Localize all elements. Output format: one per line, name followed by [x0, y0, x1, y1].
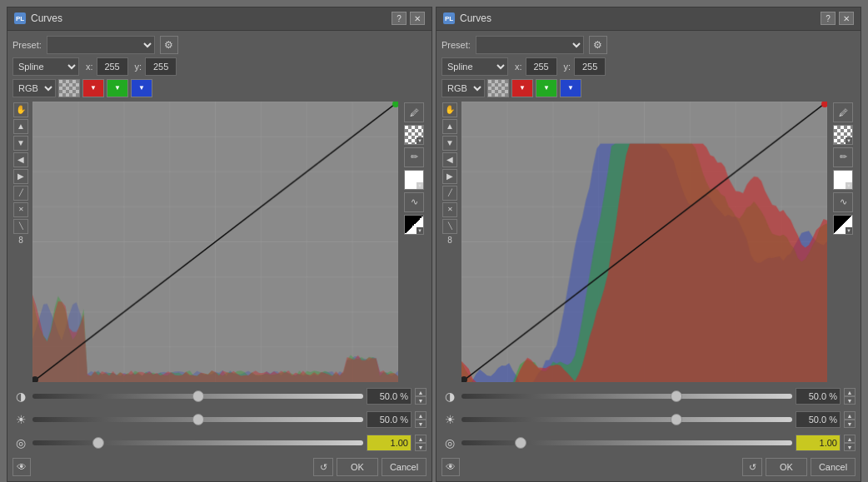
x-label-left: x: — [86, 62, 93, 72]
gamma-up-left[interactable]: ▲ — [415, 435, 427, 443]
curves-panel-right: PL Curves ? ✕ Preset: ⚙ Spline x: y — [436, 7, 861, 482]
right-btn-right[interactable]: ▶ — [442, 169, 457, 184]
x-label-right: x: — [515, 62, 522, 72]
contrast-value-right[interactable] — [796, 388, 841, 405]
brightness-down-right[interactable]: ▼ — [844, 420, 856, 428]
channel-red-btn-right[interactable]: ▼ — [511, 79, 533, 97]
checker-swatch-right[interactable]: ▼ — [833, 125, 853, 145]
curve-btn-left[interactable]: ∿ — [404, 192, 424, 212]
hand-tool-right[interactable]: ✋ — [442, 102, 457, 117]
x-input-left[interactable] — [97, 57, 128, 76]
left-btn-right[interactable]: ◀ — [442, 152, 457, 167]
up-btn-left[interactable]: ▲ — [13, 119, 28, 134]
contrast-slider-left[interactable] — [32, 394, 363, 399]
cancel-button-right[interactable]: Cancel — [811, 458, 856, 476]
graph-canvas-left[interactable] — [32, 101, 399, 383]
ok-button-left[interactable]: OK — [337, 458, 378, 476]
white-swatch-left[interactable]: ▼ — [404, 170, 424, 190]
num-label-right: 8 — [447, 236, 452, 245]
y-label-right: y: — [564, 62, 571, 72]
gear-button-right[interactable]: ⚙ — [589, 36, 607, 54]
brightness-up-left[interactable]: ▲ — [415, 411, 427, 420]
eye-button-left[interactable]: 👁 — [12, 458, 31, 476]
line-tool-left[interactable]: ╲ — [13, 219, 28, 234]
cross-tool-right[interactable]: ✕ — [442, 202, 457, 217]
gamma-slider-right[interactable] — [461, 440, 792, 445]
gamma-up-right[interactable]: ▲ — [844, 435, 856, 443]
channel-blue-btn-right[interactable]: ▼ — [560, 79, 581, 97]
close-button-left[interactable]: ✕ — [410, 12, 425, 25]
right-btn-left[interactable]: ▶ — [13, 169, 28, 184]
white-swatch-right[interactable]: ▼ — [833, 170, 853, 190]
brightness-value-right[interactable] — [796, 411, 841, 428]
brightness-up-right[interactable]: ▲ — [844, 411, 856, 420]
title-bar-left: PL Curves ? ✕ — [7, 7, 432, 31]
channel-red-btn-left[interactable]: ▼ — [82, 79, 104, 97]
contrast-up-left[interactable]: ▲ — [415, 388, 427, 396]
left-tools-right: ✋ ▲ ▼ ◀ ▶ ╱ ✕ ╲ 8 — [441, 101, 458, 383]
cancel-button-left[interactable]: Cancel — [382, 458, 427, 476]
down-btn-left[interactable]: ▼ — [13, 136, 28, 151]
line-tool-right[interactable]: ╲ — [442, 219, 457, 234]
gear-button-left[interactable]: ⚙ — [160, 36, 178, 54]
contrast-value-left[interactable] — [367, 388, 412, 405]
cross-tool-left[interactable]: ✕ — [13, 202, 28, 217]
left-btn-left[interactable]: ◀ — [13, 152, 28, 167]
channel-checker-btn-left[interactable] — [58, 79, 80, 97]
picker-btn-right[interactable]: ✏ — [833, 147, 853, 167]
eyedropper-btn-right[interactable]: 🖉 — [833, 102, 853, 122]
gamma-down-left[interactable]: ▼ — [415, 443, 427, 451]
close-button-right[interactable]: ✕ — [839, 12, 854, 25]
graph-canvas-right[interactable] — [461, 101, 828, 383]
curves-panel-left: PL Curves ? ✕ Preset: ⚙ Spline x: y — [7, 7, 432, 482]
preset-select-left[interactable] — [47, 36, 155, 54]
bw-swatch-right[interactable]: ▼ — [833, 215, 853, 235]
contrast-down-right[interactable]: ▼ — [844, 396, 856, 405]
gamma-value-left[interactable] — [367, 435, 412, 451]
curve-btn-right[interactable]: ∿ — [833, 192, 853, 212]
spline-select-right[interactable]: Spline — [441, 57, 508, 76]
help-button-left[interactable]: ? — [392, 12, 407, 25]
contrast-down-left[interactable]: ▼ — [415, 396, 427, 405]
brightness-icon-right: ☀ — [441, 413, 458, 426]
app-icon-left: PL — [14, 12, 26, 24]
picker-btn-left[interactable]: ✏ — [404, 147, 424, 167]
down-btn-right[interactable]: ▼ — [442, 136, 457, 151]
channel-green-btn-left[interactable]: ▼ — [107, 79, 128, 97]
reset-button-right[interactable]: ↺ — [742, 458, 762, 476]
y-label-left: y: — [135, 62, 142, 72]
diagonal-tool-left[interactable]: ╱ — [13, 186, 28, 201]
preset-select-right[interactable] — [476, 36, 584, 54]
gamma-value-right[interactable] — [796, 435, 841, 451]
brightness-down-left[interactable]: ▼ — [415, 420, 427, 428]
reset-button-left[interactable]: ↺ — [313, 458, 333, 476]
x-input-right[interactable] — [526, 57, 557, 76]
contrast-slider-right[interactable] — [461, 394, 792, 399]
spline-select-left[interactable]: Spline — [12, 57, 79, 76]
gamma-down-right[interactable]: ▼ — [844, 443, 856, 451]
y-input-left[interactable] — [145, 57, 177, 76]
checker-swatch-left[interactable]: ▼ — [404, 125, 424, 145]
title-text-left: Curves — [31, 12, 387, 24]
hand-tool-left[interactable]: ✋ — [13, 102, 28, 117]
contrast-up-right[interactable]: ▲ — [844, 388, 856, 396]
brightness-value-left[interactable] — [367, 411, 412, 428]
channel-blue-btn-left[interactable]: ▼ — [131, 79, 152, 97]
title-bar-right: PL Curves ? ✕ — [436, 7, 861, 31]
eye-button-right[interactable]: 👁 — [441, 458, 460, 476]
channel-select-left[interactable]: RGB — [12, 79, 56, 97]
eyedropper-btn-left[interactable]: 🖉 — [404, 102, 424, 122]
channel-checker-btn-right[interactable] — [487, 79, 509, 97]
help-button-right[interactable]: ? — [821, 12, 836, 25]
app-icon-right: PL — [443, 12, 455, 24]
brightness-slider-right[interactable] — [461, 417, 792, 422]
gamma-slider-left[interactable] — [32, 440, 363, 445]
brightness-slider-left[interactable] — [32, 417, 363, 422]
ok-button-right[interactable]: OK — [766, 458, 807, 476]
channel-green-btn-right[interactable]: ▼ — [536, 79, 557, 97]
up-btn-right[interactable]: ▲ — [442, 119, 457, 134]
bw-swatch-left[interactable]: ▼ — [404, 215, 424, 235]
y-input-right[interactable] — [574, 57, 606, 76]
diagonal-tool-right[interactable]: ╱ — [442, 186, 457, 201]
channel-select-right[interactable]: RGB — [441, 79, 485, 97]
